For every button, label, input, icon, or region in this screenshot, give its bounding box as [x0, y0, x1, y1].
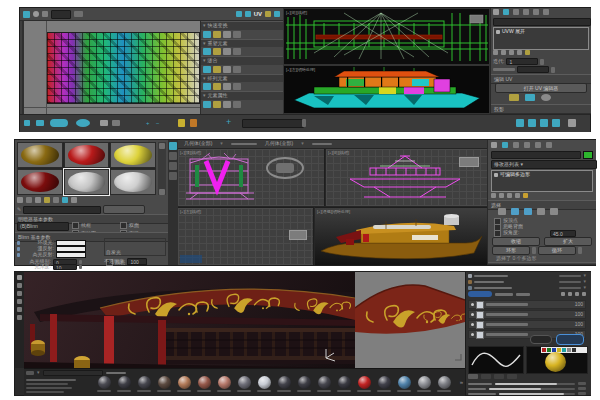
shelf-material-item[interactable]: [114, 375, 134, 392]
display-filter-dropdown[interactable]: 几何体(全部): [265, 141, 293, 147]
spinner-icon[interactable]: [540, 59, 544, 65]
grow-button[interactable]: 扩大: [544, 237, 592, 246]
uv-tool-icon[interactable]: [213, 66, 221, 73]
properties-tab-icon[interactable]: [481, 374, 491, 379]
transform-gizmo-icon[interactable]: +: [226, 117, 231, 127]
tab-modify-icon[interactable]: [503, 9, 509, 15]
tab-hierarchy-icon[interactable]: [513, 9, 519, 15]
zoom-region-icon[interactable]: [540, 119, 548, 127]
header-item-bar[interactable]: [231, 143, 257, 145]
slider-value-field[interactable]: [578, 387, 586, 390]
layout-tab-icon[interactable]: [169, 172, 177, 180]
swatch-icon[interactable]: [562, 348, 566, 352]
uv-tool-icon[interactable]: [213, 31, 221, 38]
shelf-material-item[interactable]: [314, 375, 334, 392]
viewport-label[interactable]: [+][顶][线框]: [180, 150, 201, 155]
element-subobject-icon[interactable]: [550, 208, 558, 215]
uv-falloff-icon[interactable]: [50, 119, 68, 127]
edge-subobject-icon[interactable]: [511, 208, 519, 215]
viewport-front-wireframe-boat[interactable]: [+][前][线框]: [326, 149, 487, 206]
uv-tool-icon[interactable]: [203, 66, 211, 73]
shelf-filter-bar[interactable]: [106, 372, 126, 374]
tab-display-icon[interactable]: [535, 142, 541, 148]
shelf-material-item[interactable]: [134, 375, 154, 392]
make-unique-icon[interactable]: [507, 193, 512, 198]
add-mask-icon[interactable]: [575, 292, 579, 296]
mirror-icon[interactable]: [236, 11, 242, 17]
uv-tool-icon[interactable]: [203, 101, 211, 108]
slider-value-field[interactable]: [578, 382, 586, 385]
material-type-button[interactable]: [103, 205, 145, 214]
pin-stack-icon[interactable]: [493, 50, 498, 55]
clone-tool-icon[interactable]: [17, 315, 22, 320]
rollout-projection[interactable]: 投影: [491, 104, 591, 114]
shelf-material-item[interactable]: [294, 375, 314, 392]
swatch-icon[interactable]: [567, 348, 571, 352]
material-slot[interactable]: [17, 169, 63, 195]
layer-opacity-value[interactable]: 100: [575, 302, 583, 308]
tab-utilities-icon[interactable]: [543, 9, 549, 15]
viewport-label[interactable]: [+][前][线框]: [328, 150, 349, 155]
material-slot[interactable]: [17, 142, 63, 168]
shelf-material-item[interactable]: [394, 375, 414, 392]
layout-tab-icon[interactable]: [169, 152, 177, 160]
material-id-icon[interactable]: [62, 197, 68, 203]
stack-item-label[interactable]: 可编辑多边形: [500, 172, 530, 178]
sp-3d-viewport[interactable]: [24, 272, 355, 368]
go-to-parent-icon[interactable]: [53, 197, 59, 203]
uv-tool-icon[interactable]: [203, 48, 211, 55]
object-name-field[interactable]: [493, 18, 591, 26]
viewport-label[interactable]: [+][左][线框]: [180, 209, 201, 214]
coordinate-field[interactable]: [242, 119, 304, 128]
tab-other[interactable]: [495, 293, 513, 296]
tab-layers[interactable]: [468, 291, 492, 297]
open-uv-editor-button[interactable]: 打开 UV 编辑器: [495, 83, 587, 93]
rotate-icon[interactable]: [33, 11, 39, 17]
object-name-field[interactable]: [491, 151, 581, 159]
properties-tab-icon[interactable]: [494, 374, 504, 379]
spinner-icon[interactable]: [551, 67, 555, 73]
properties-tab-icon[interactable]: [507, 374, 517, 379]
smudge-tool-icon[interactable]: [17, 307, 22, 312]
lock-icon[interactable]: [17, 247, 20, 251]
viewport-overlay-button[interactable]: [459, 157, 479, 167]
freeform-mode-icon[interactable]: [74, 11, 83, 17]
lock-icon[interactable]: [17, 241, 20, 245]
viewport-label[interactable]: [+][透视][明暗处理]: [317, 209, 350, 214]
border-subobject-icon[interactable]: [524, 208, 532, 215]
projection-tool-icon[interactable]: [17, 291, 22, 296]
display-filter-dropdown[interactable]: 几何体(全部): [184, 141, 212, 147]
cylindrical-map-icon[interactable]: [525, 94, 535, 101]
zoom-plus-icon[interactable]: +: [146, 120, 150, 127]
uv-tool-icon[interactable]: [203, 83, 211, 90]
viewport-front-wireframe[interactable]: [+][前][线框]: [283, 8, 490, 65]
uv-tool-icon[interactable]: [223, 48, 231, 55]
configure-sets-icon[interactable]: [525, 50, 530, 55]
ring-button[interactable]: 环形: [492, 246, 530, 255]
modifier-stack-list[interactable]: UVW 展开: [493, 27, 589, 50]
spherical-map-icon[interactable]: [541, 94, 551, 101]
snap-icon[interactable]: [245, 11, 251, 17]
shader-checkbox[interactable]: 双面: [120, 222, 166, 229]
keyboard-shortcut-icon[interactable]: [190, 119, 197, 127]
swatch-icon[interactable]: [572, 348, 576, 352]
layer-row[interactable]: 100: [468, 300, 586, 309]
reset-map-icon[interactable]: [35, 197, 41, 203]
material-slot[interactable]: [110, 142, 156, 168]
uv-paint-icon[interactable]: [76, 119, 90, 127]
shelf-material-item[interactable]: [234, 375, 254, 392]
spinner-icon[interactable]: [302, 119, 306, 127]
modifier-stack-list[interactable]: 可编辑多边形: [491, 170, 593, 192]
angle-field[interactable]: 45.0: [550, 230, 576, 237]
viewport-label[interactable]: [+][左][明暗处理]: [286, 67, 315, 72]
scroll-down-icon[interactable]: [159, 189, 165, 195]
uv-panel-section-header[interactable]: ▾ 元素属性: [201, 91, 284, 100]
shader-checkbox[interactable]: 线框: [72, 222, 118, 229]
uv-tool-icon[interactable]: [233, 101, 241, 108]
shelf-material-item[interactable]: [254, 375, 274, 392]
lock-icon[interactable]: [17, 253, 20, 257]
shelf-material-item[interactable]: [154, 375, 174, 392]
tab-other[interactable]: [516, 293, 530, 296]
shelf-category[interactable]: [26, 391, 64, 393]
material-slot[interactable]: [64, 142, 110, 168]
